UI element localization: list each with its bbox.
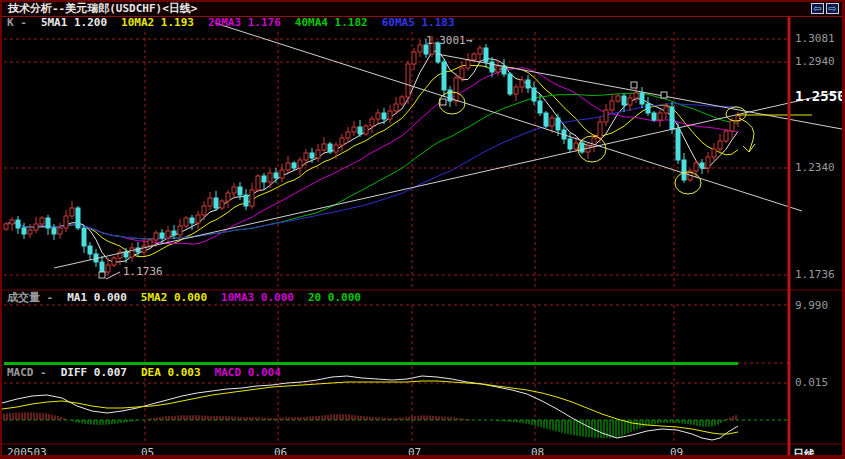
title-bar: 技术分析--美元瑞郎(USDCHF)<日线>	[2, 2, 842, 17]
candle-body	[400, 97, 404, 104]
ma-line-5	[6, 51, 738, 262]
candle-body	[244, 195, 248, 206]
indicator-value: MA1 0.000	[67, 291, 127, 304]
candle-body	[64, 216, 68, 228]
axis-month-label: 06	[274, 447, 287, 459]
indicator-value: 5MA2 0.000	[141, 291, 207, 304]
candle-body	[262, 176, 266, 182]
candle-body	[316, 150, 320, 158]
candle-body	[292, 163, 296, 168]
candle-body	[286, 163, 290, 170]
candle-body	[514, 87, 518, 94]
candle-body	[664, 107, 668, 113]
indicator-value: 40MA4 1.182	[295, 16, 368, 29]
candle-body	[634, 93, 638, 98]
indicator-value: 20MA3 1.176	[208, 16, 281, 29]
candle-body	[370, 119, 374, 126]
candle-body	[88, 246, 92, 254]
indicator-value: DIFF 0.007	[61, 366, 127, 379]
candle-body	[670, 107, 674, 129]
axis-month-label: 09	[670, 447, 683, 459]
axis-month-label: 07	[408, 447, 421, 459]
candle-body	[508, 74, 512, 94]
candle-body	[166, 231, 170, 238]
candle-body	[730, 121, 734, 131]
candle-body	[106, 265, 110, 272]
candle-body	[376, 113, 380, 119]
ma-line-20	[6, 68, 738, 245]
candle-body	[22, 228, 26, 234]
candle-body	[352, 127, 356, 132]
indicator-value: K -	[7, 16, 27, 29]
candle-body	[208, 198, 212, 206]
candle-body	[532, 88, 536, 101]
candle-body	[382, 113, 386, 119]
candle-body	[586, 146, 590, 152]
candle-body	[190, 218, 194, 223]
candle-body	[250, 190, 254, 206]
candle-body	[550, 118, 554, 126]
axis-price-label: 1.2340	[795, 162, 835, 174]
candle-body	[160, 233, 164, 238]
candle-body	[280, 170, 284, 178]
indicator-value: 成交量 -	[7, 291, 53, 304]
candle-body	[154, 233, 158, 240]
candle-body	[700, 163, 704, 168]
indicator-value: 20 0.000	[308, 291, 361, 304]
candle-body	[466, 60, 470, 68]
candle-body	[568, 139, 572, 149]
candle-body	[178, 226, 182, 235]
axis-price-label: 1.2940	[795, 56, 835, 68]
nav-forward-button[interactable]: ⇨	[826, 3, 839, 14]
candle-body	[172, 231, 176, 235]
axis-price-label: 9.990	[795, 300, 828, 312]
candle-body	[184, 218, 188, 226]
chart-annotation-label: 1.3001	[426, 34, 466, 47]
indicator-value: 60MA5 1.183	[382, 16, 455, 29]
indicator-value: MACD 0.004	[215, 366, 281, 379]
axis-month-label: 08	[531, 447, 544, 459]
candle-body	[226, 193, 230, 201]
candle-body	[82, 228, 86, 246]
chart-canvas: 1.3001→1.1736	[2, 2, 845, 459]
candle-body	[628, 98, 632, 105]
candle-body	[28, 230, 32, 234]
candle-body	[610, 101, 614, 110]
candle-body	[658, 113, 662, 120]
candle-body	[304, 153, 308, 160]
candle-body	[334, 145, 338, 152]
trendline-handle	[631, 82, 637, 88]
indicator-value: DEA 0.003	[141, 366, 201, 379]
candle-body	[130, 248, 134, 257]
candle-body	[100, 262, 104, 272]
candle-body	[10, 220, 14, 224]
candle-body	[310, 153, 314, 158]
candle-body	[58, 228, 62, 234]
axis-price-label: 1.1736	[795, 269, 835, 281]
candle-body	[76, 208, 80, 228]
candle-body	[460, 68, 464, 78]
indicator-value: MACD -	[7, 366, 47, 379]
candle-body	[418, 45, 422, 52]
macd-histogram	[4, 412, 736, 438]
candle-body	[298, 160, 302, 168]
candle-body	[478, 48, 482, 54]
pane-borders	[2, 16, 845, 457]
axis-month-label: 200503	[7, 447, 47, 459]
candle-body	[484, 48, 488, 62]
candle-body	[574, 143, 578, 149]
candle-body	[412, 52, 416, 64]
candle-body	[16, 220, 20, 228]
candle-body	[232, 187, 236, 193]
candle-body	[676, 129, 680, 160]
candle-body	[556, 118, 560, 130]
nav-back-button[interactable]: ⇦	[811, 3, 824, 14]
candle-body	[454, 78, 458, 101]
candle-body	[4, 224, 8, 229]
indicator-value: 10MA2 1.193	[121, 16, 194, 29]
candle-body	[328, 144, 332, 152]
candle-body	[364, 126, 368, 134]
ma-line-40	[6, 93, 738, 239]
candle-body	[40, 218, 44, 224]
candle-body	[718, 141, 722, 149]
